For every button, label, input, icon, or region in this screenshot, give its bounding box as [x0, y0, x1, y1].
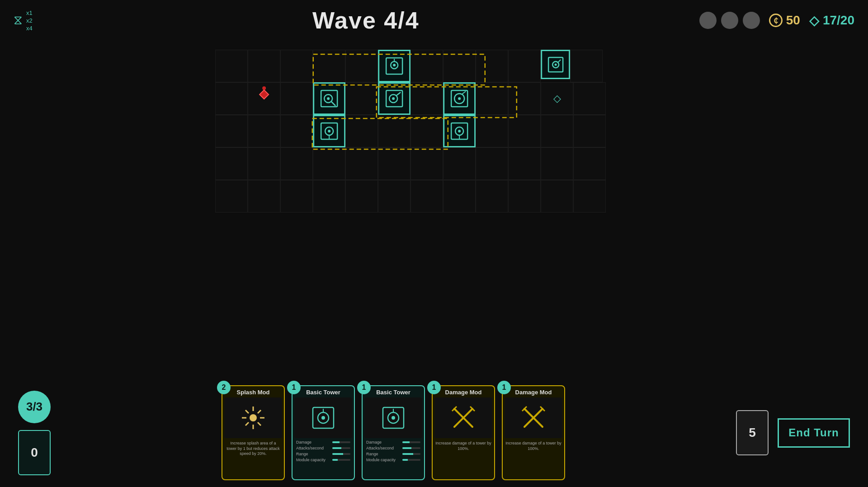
speed-x1-label[interactable]: x1 [26, 9, 33, 16]
cell-1-7[interactable] [443, 82, 476, 115]
cell-3-7[interactable] [443, 147, 476, 180]
cell-0-4[interactable] [345, 50, 378, 82]
cell-1-4[interactable] [345, 82, 378, 115]
card-title-4: Damage Mod [433, 386, 494, 397]
speed-x2-label[interactable]: x2 [26, 17, 33, 24]
cell-2-8[interactable] [476, 115, 508, 147]
svg-point-19 [458, 97, 461, 100]
cell-4-10[interactable] [541, 180, 573, 213]
cell-2-5[interactable] [378, 115, 410, 147]
cell-0-6[interactable] [410, 50, 443, 82]
cell-1-10[interactable]: ◇ [541, 82, 573, 115]
svg-point-3 [393, 64, 396, 66]
left-deck[interactable]: 0 [18, 430, 51, 475]
cell-1-9[interactable] [508, 82, 541, 115]
card-cost-3: 1 [357, 381, 371, 394]
wave-circle-2 [721, 12, 738, 29]
cell-0-9[interactable] [508, 50, 541, 82]
card-damage-mod-2[interactable]: 1 Damage Mod Increase damage of a tower … [502, 385, 565, 480]
cell-4-7[interactable] [443, 180, 476, 213]
cell-3-1[interactable] [248, 147, 280, 180]
cell-4-0[interactable] [215, 180, 248, 213]
gem-icon: ◇ [809, 13, 819, 28]
cell-0-10[interactable] [541, 50, 570, 79]
cell-3-3[interactable] [313, 147, 345, 180]
cell-0-11[interactable] [570, 50, 603, 82]
cell-3-9[interactable] [508, 147, 541, 180]
cell-2-6[interactable] [410, 115, 443, 147]
cell-0-2[interactable] [280, 50, 313, 82]
cell-3-10[interactable] [541, 147, 573, 180]
cell-4-4[interactable] [345, 180, 378, 213]
cell-2-7[interactable] [443, 115, 476, 147]
card-cost-5: 1 [497, 381, 511, 394]
card-desc-5: Increase damage of a tower by 100%. [503, 438, 564, 454]
cell-3-4[interactable] [345, 147, 378, 180]
card-title-3: Basic Tower [363, 386, 424, 397]
card-damage-mod-1[interactable]: 1 Damage Mod Increase damage of a tower … [432, 385, 495, 480]
cell-0-0[interactable] [215, 50, 248, 82]
cell-0-3[interactable] [313, 50, 345, 82]
cell-1-1[interactable] [248, 82, 280, 115]
coin-amount: 50 [786, 13, 800, 28]
svg-point-15 [392, 97, 395, 100]
cell-0-1[interactable] [248, 50, 280, 82]
svg-line-37 [258, 422, 261, 426]
cell-4-5[interactable] [378, 180, 410, 213]
svg-line-38 [258, 410, 261, 413]
cell-2-4[interactable] [345, 115, 378, 147]
cell-1-3[interactable] [313, 82, 345, 115]
header-right: ₵ 50 ◇ 17/20 [699, 12, 854, 29]
cell-4-3[interactable] [313, 180, 345, 213]
cell-2-11[interactable] [573, 115, 606, 147]
cell-1-8[interactable] [476, 82, 508, 115]
card-title-5: Damage Mod [503, 386, 564, 397]
card-basic-tower-1[interactable]: 1 Basic Tower Damage Attacks/second Rang… [292, 385, 355, 480]
speed-x4-label[interactable]: x4 [26, 25, 33, 32]
cell-0-5[interactable] [378, 50, 410, 82]
bottom-left-area: 3/3 0 [18, 391, 51, 475]
cell-1-2[interactable] [280, 82, 313, 115]
cell-0-7[interactable] [443, 50, 476, 82]
cell-3-2[interactable] [280, 147, 313, 180]
cards-row: 2 Splash Mod Increase splash area of a t… [60, 385, 727, 480]
svg-point-23 [328, 130, 330, 132]
cell-2-0[interactable] [215, 115, 248, 147]
cell-3-6[interactable] [410, 147, 443, 180]
card-splash-mod[interactable]: 2 Splash Mod Increase splash area of a t… [222, 385, 285, 480]
cell-4-11[interactable] [573, 180, 606, 213]
svg-line-36 [245, 410, 249, 413]
card-cost-1: 2 [217, 381, 231, 394]
card-title-2: Basic Tower [292, 386, 354, 397]
cell-1-0[interactable] [215, 82, 248, 115]
card-basic-tower-2[interactable]: 1 Basic Tower Damage Attacks/second Rang… [362, 385, 425, 480]
cell-3-8[interactable] [476, 147, 508, 180]
cell-2-3[interactable] [313, 115, 345, 147]
wave-circle-3 [743, 12, 760, 29]
cell-0-8[interactable] [476, 50, 508, 82]
left-deck-count: 0 [31, 445, 38, 460]
cell-2-1[interactable] [248, 115, 280, 147]
cell-3-0[interactable] [215, 147, 248, 180]
card-image-1 [224, 397, 282, 438]
cell-2-9[interactable] [508, 115, 541, 147]
cell-4-1[interactable] [248, 180, 280, 213]
card-cost-2: 1 [287, 381, 301, 394]
card-desc-1: Increase splash area of a tower by 1 but… [222, 438, 284, 459]
cell-4-9[interactable] [508, 180, 541, 213]
gem-display: ◇ 17/20 [809, 13, 854, 28]
cell-4-8[interactable] [476, 180, 508, 213]
cell-2-10[interactable] [541, 115, 573, 147]
end-turn-button[interactable]: End Turn [778, 418, 850, 448]
cell-3-11[interactable] [573, 147, 606, 180]
cell-1-6[interactable] [410, 82, 443, 115]
cell-2-2[interactable] [280, 115, 313, 147]
cell-1-5[interactable] [378, 82, 410, 115]
right-deck[interactable]: 5 [736, 410, 769, 455]
cell-1-11[interactable] [573, 82, 606, 115]
card-image-3 [364, 397, 422, 438]
cell-3-5[interactable] [378, 147, 410, 180]
cell-4-6[interactable] [410, 180, 443, 213]
wave-circle-1 [699, 12, 717, 29]
cell-4-2[interactable] [280, 180, 313, 213]
